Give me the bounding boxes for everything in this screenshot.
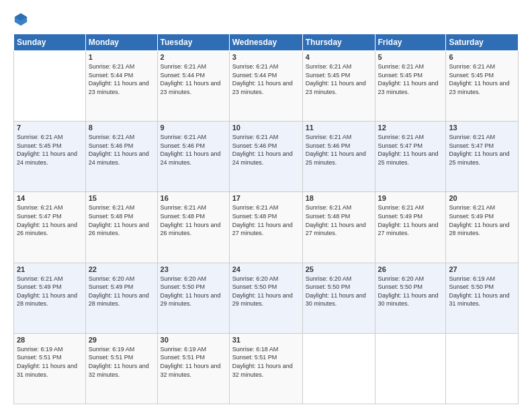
day-info: Sunrise: 6:21 AMSunset: 5:46 PMDaylight:… bbox=[306, 133, 372, 167]
day-number: 18 bbox=[306, 194, 372, 202]
calendar-day-cell: 29 Sunrise: 6:19 AMSunset: 5:51 PMDaylig… bbox=[85, 333, 157, 404]
day-info: Sunrise: 6:18 AMSunset: 5:51 PMDaylight:… bbox=[232, 345, 300, 379]
logo bbox=[13, 12, 31, 27]
calendar-day-cell: 19 Sunrise: 6:21 AMSunset: 5:49 PMDaylig… bbox=[375, 192, 446, 263]
page-header bbox=[13, 12, 519, 27]
day-number: 31 bbox=[232, 336, 300, 344]
calendar-week-row: 7 Sunrise: 6:21 AMSunset: 5:45 PMDayligh… bbox=[14, 122, 519, 192]
calendar-day-cell: 16 Sunrise: 6:21 AMSunset: 5:48 PMDaylig… bbox=[157, 192, 229, 263]
day-number: 28 bbox=[17, 336, 83, 344]
calendar-table: SundayMondayTuesdayWednesdayThursdayFrid… bbox=[13, 34, 519, 404]
day-info: Sunrise: 6:21 AMSunset: 5:46 PMDaylight:… bbox=[89, 133, 154, 167]
calendar-day-cell bbox=[375, 333, 446, 404]
day-number: 11 bbox=[306, 124, 372, 132]
day-info: Sunrise: 6:21 AMSunset: 5:49 PMDaylight:… bbox=[378, 203, 443, 237]
calendar-day-cell: 21 Sunrise: 6:21 AMSunset: 5:49 PMDaylig… bbox=[14, 263, 86, 333]
calendar-day-cell: 28 Sunrise: 6:19 AMSunset: 5:51 PMDaylig… bbox=[14, 333, 86, 404]
day-number: 5 bbox=[378, 53, 443, 61]
day-info: Sunrise: 6:19 AMSunset: 5:51 PMDaylight:… bbox=[161, 345, 226, 379]
day-info: Sunrise: 6:21 AMSunset: 5:48 PMDaylight:… bbox=[161, 203, 226, 237]
day-info: Sunrise: 6:20 AMSunset: 5:50 PMDaylight:… bbox=[161, 275, 226, 308]
day-number: 4 bbox=[306, 53, 372, 61]
day-number: 1 bbox=[89, 53, 154, 61]
calendar-day-cell: 18 Sunrise: 6:21 AMSunset: 5:48 PMDaylig… bbox=[302, 192, 375, 263]
calendar-day-cell: 23 Sunrise: 6:20 AMSunset: 5:50 PMDaylig… bbox=[157, 263, 229, 333]
day-info: Sunrise: 6:21 AMSunset: 5:46 PMDaylight:… bbox=[232, 133, 300, 167]
day-info: Sunrise: 6:19 AMSunset: 5:50 PMDaylight:… bbox=[449, 275, 515, 308]
day-info: Sunrise: 6:21 AMSunset: 5:46 PMDaylight:… bbox=[161, 133, 226, 167]
calendar-day-cell: 2 Sunrise: 6:21 AMSunset: 5:44 PMDayligh… bbox=[157, 51, 229, 122]
day-info: Sunrise: 6:21 AMSunset: 5:48 PMDaylight:… bbox=[232, 203, 300, 237]
day-info: Sunrise: 6:21 AMSunset: 5:44 PMDaylight:… bbox=[89, 62, 154, 96]
day-number: 2 bbox=[161, 53, 226, 61]
day-number: 15 bbox=[89, 194, 154, 202]
day-number: 24 bbox=[232, 265, 300, 273]
day-number: 12 bbox=[378, 124, 443, 132]
calendar-day-cell: 1 Sunrise: 6:21 AMSunset: 5:44 PMDayligh… bbox=[85, 51, 157, 122]
calendar-day-cell: 11 Sunrise: 6:21 AMSunset: 5:46 PMDaylig… bbox=[302, 122, 375, 192]
calendar-day-cell: 31 Sunrise: 6:18 AMSunset: 5:51 PMDaylig… bbox=[229, 333, 302, 404]
calendar-week-row: 21 Sunrise: 6:21 AMSunset: 5:49 PMDaylig… bbox=[14, 263, 519, 333]
calendar-day-cell: 9 Sunrise: 6:21 AMSunset: 5:46 PMDayligh… bbox=[157, 122, 229, 192]
day-info: Sunrise: 6:20 AMSunset: 5:50 PMDaylight:… bbox=[232, 275, 300, 308]
day-number: 21 bbox=[17, 265, 83, 273]
day-number: 19 bbox=[378, 194, 443, 202]
day-info: Sunrise: 6:21 AMSunset: 5:47 PMDaylight:… bbox=[449, 133, 515, 167]
day-number: 22 bbox=[89, 265, 154, 273]
day-number: 3 bbox=[232, 53, 300, 61]
day-number: 10 bbox=[232, 124, 300, 132]
day-number: 8 bbox=[89, 124, 154, 132]
calendar-week-row: 1 Sunrise: 6:21 AMSunset: 5:44 PMDayligh… bbox=[14, 51, 519, 122]
calendar-day-cell: 30 Sunrise: 6:19 AMSunset: 5:51 PMDaylig… bbox=[157, 333, 229, 404]
day-info: Sunrise: 6:21 AMSunset: 5:45 PMDaylight:… bbox=[306, 62, 372, 96]
day-number: 26 bbox=[378, 265, 443, 273]
weekday-header: Friday bbox=[375, 34, 446, 51]
weekday-header: Tuesday bbox=[157, 34, 229, 51]
day-info: Sunrise: 6:21 AMSunset: 5:45 PMDaylight:… bbox=[17, 133, 83, 167]
weekday-header: Monday bbox=[85, 34, 157, 51]
calendar-day-cell: 26 Sunrise: 6:20 AMSunset: 5:50 PMDaylig… bbox=[375, 263, 446, 333]
calendar-day-cell: 6 Sunrise: 6:21 AMSunset: 5:45 PMDayligh… bbox=[446, 51, 519, 122]
day-info: Sunrise: 6:21 AMSunset: 5:47 PMDaylight:… bbox=[378, 133, 443, 167]
calendar-day-cell: 8 Sunrise: 6:21 AMSunset: 5:46 PMDayligh… bbox=[85, 122, 157, 192]
day-info: Sunrise: 6:21 AMSunset: 5:45 PMDaylight:… bbox=[449, 62, 515, 96]
calendar-day-cell: 7 Sunrise: 6:21 AMSunset: 5:45 PMDayligh… bbox=[14, 122, 86, 192]
day-number: 30 bbox=[161, 336, 226, 344]
day-info: Sunrise: 6:21 AMSunset: 5:49 PMDaylight:… bbox=[449, 203, 515, 237]
weekday-header: Saturday bbox=[446, 34, 519, 51]
calendar-day-cell bbox=[446, 333, 519, 404]
day-number: 27 bbox=[449, 265, 515, 273]
day-number: 14 bbox=[17, 194, 83, 202]
calendar-day-cell: 17 Sunrise: 6:21 AMSunset: 5:48 PMDaylig… bbox=[229, 192, 302, 263]
day-number: 7 bbox=[17, 124, 83, 132]
calendar-day-cell: 12 Sunrise: 6:21 AMSunset: 5:47 PMDaylig… bbox=[375, 122, 446, 192]
calendar-day-cell: 3 Sunrise: 6:21 AMSunset: 5:44 PMDayligh… bbox=[229, 51, 302, 122]
weekday-header: Sunday bbox=[14, 34, 86, 51]
day-info: Sunrise: 6:19 AMSunset: 5:51 PMDaylight:… bbox=[17, 345, 83, 379]
day-number: 17 bbox=[232, 194, 300, 202]
day-number: 29 bbox=[89, 336, 154, 344]
day-number: 13 bbox=[449, 124, 515, 132]
calendar-day-cell bbox=[302, 333, 375, 404]
calendar-day-cell: 14 Sunrise: 6:21 AMSunset: 5:47 PMDaylig… bbox=[14, 192, 86, 263]
calendar-day-cell: 13 Sunrise: 6:21 AMSunset: 5:47 PMDaylig… bbox=[446, 122, 519, 192]
day-number: 23 bbox=[161, 265, 226, 273]
day-info: Sunrise: 6:20 AMSunset: 5:49 PMDaylight:… bbox=[89, 275, 154, 308]
calendar-week-row: 28 Sunrise: 6:19 AMSunset: 5:51 PMDaylig… bbox=[14, 333, 519, 404]
day-info: Sunrise: 6:21 AMSunset: 5:49 PMDaylight:… bbox=[17, 275, 83, 308]
day-info: Sunrise: 6:21 AMSunset: 5:48 PMDaylight:… bbox=[306, 203, 372, 237]
day-info: Sunrise: 6:21 AMSunset: 5:48 PMDaylight:… bbox=[89, 203, 154, 237]
day-number: 16 bbox=[161, 194, 226, 202]
day-info: Sunrise: 6:21 AMSunset: 5:44 PMDaylight:… bbox=[161, 62, 226, 96]
day-info: Sunrise: 6:21 AMSunset: 5:44 PMDaylight:… bbox=[232, 62, 300, 96]
calendar-day-cell: 25 Sunrise: 6:20 AMSunset: 5:50 PMDaylig… bbox=[302, 263, 375, 333]
day-number: 20 bbox=[449, 194, 515, 202]
calendar-day-cell: 4 Sunrise: 6:21 AMSunset: 5:45 PMDayligh… bbox=[302, 51, 375, 122]
logo-icon bbox=[13, 12, 28, 27]
weekday-header: Thursday bbox=[302, 34, 375, 51]
day-number: 6 bbox=[449, 53, 515, 61]
calendar-day-cell: 5 Sunrise: 6:21 AMSunset: 5:45 PMDayligh… bbox=[375, 51, 446, 122]
weekday-header-row: SundayMondayTuesdayWednesdayThursdayFrid… bbox=[14, 34, 519, 51]
calendar-day-cell bbox=[14, 51, 86, 122]
day-info: Sunrise: 6:21 AMSunset: 5:45 PMDaylight:… bbox=[378, 62, 443, 96]
